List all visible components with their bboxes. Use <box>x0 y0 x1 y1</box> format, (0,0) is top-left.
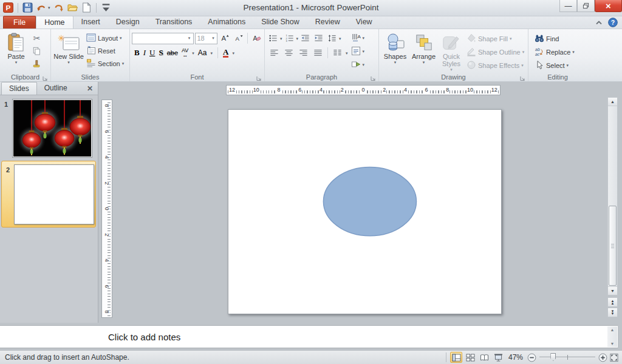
change-case-button[interactable]: Aa <box>198 49 207 57</box>
select-button[interactable]: Select▾ <box>533 59 586 72</box>
tab-view[interactable]: View <box>348 16 380 29</box>
drawing-dialog-launcher-icon[interactable] <box>519 73 526 80</box>
reading-view-button[interactable] <box>478 352 490 363</box>
new-document-icon[interactable] <box>81 2 92 13</box>
tab-slides[interactable]: Slides <box>1 82 37 95</box>
clipboard-dialog-launcher-icon[interactable] <box>42 73 49 80</box>
undo-icon[interactable] <box>36 2 47 13</box>
bullets-button[interactable] <box>267 32 279 44</box>
justify-button[interactable] <box>312 47 324 59</box>
fit-to-window-icon[interactable] <box>609 353 619 362</box>
previous-slide-button[interactable]: ▲▲ <box>607 297 618 307</box>
redo-icon[interactable] <box>53 2 64 13</box>
svg-text:?: ? <box>611 19 615 26</box>
grow-font-button[interactable]: A <box>219 32 231 44</box>
tab-animations[interactable]: Animations <box>200 16 253 29</box>
slide-sorter-view-button[interactable] <box>464 352 476 363</box>
zoom-slider[interactable] <box>539 352 595 362</box>
shapes-button[interactable]: Shapes▾ <box>381 31 409 72</box>
vertical-scrollbar[interactable]: ▲ ▼ <box>607 97 618 295</box>
line-spacing-button[interactable] <box>326 32 338 44</box>
paste-button[interactable]: Paste ▾ <box>2 31 30 70</box>
save-icon[interactable] <box>22 2 33 13</box>
zoom-in-icon[interactable] <box>598 353 607 362</box>
scroll-up-icon[interactable]: ▲ <box>608 98 617 106</box>
format-painter-button[interactable] <box>30 58 43 70</box>
underline-button[interactable]: U <box>149 49 155 57</box>
section-button[interactable]: Section▾ <box>84 57 126 70</box>
slide-thumbnail-1[interactable]: 1 <box>0 99 92 158</box>
minimize-button[interactable]: — <box>559 0 577 12</box>
font-color-button[interactable]: A <box>223 48 228 58</box>
convert-smartart-button[interactable]: ▾ <box>349 58 367 71</box>
new-slide-button[interactable]: ✳ New Slide ▾ <box>53 31 84 70</box>
tab-outline[interactable]: Outline <box>37 82 75 95</box>
tab-insert[interactable]: Insert <box>73 16 108 29</box>
close-button[interactable]: × <box>595 0 622 12</box>
customize-qat-icon[interactable] <box>100 2 112 13</box>
align-text-button[interactable]: ▾ <box>349 45 367 58</box>
tab-review[interactable]: Review <box>307 16 348 29</box>
ribbon: Paste ▾ ✂ Clipboard ✳ New Slide ▾ <box>0 29 622 82</box>
paragraph-dialog-launcher-icon[interactable] <box>370 73 377 80</box>
align-left-button[interactable] <box>268 47 281 59</box>
font-size-combobox[interactable]: 18▾ <box>195 33 218 44</box>
minimize-ribbon-icon[interactable] <box>595 20 603 25</box>
notes-scrollbar[interactable]: ▲▼ <box>607 326 617 347</box>
increase-indent-button[interactable] <box>312 32 325 44</box>
tab-home[interactable]: Home <box>36 16 73 29</box>
next-slide-button[interactable]: ▼▼ <box>607 308 618 317</box>
text-direction-button[interactable]: A▾ <box>349 32 367 44</box>
decrease-indent-button[interactable] <box>299 32 312 44</box>
arrange-button[interactable]: Arrange▾ <box>409 31 438 72</box>
tab-slide-show[interactable]: Slide Show <box>253 16 307 29</box>
align-right-button[interactable] <box>297 47 310 59</box>
slide-editing-area[interactable] <box>228 109 502 314</box>
paste-icon <box>7 32 26 53</box>
tab-design[interactable]: Design <box>108 16 148 29</box>
window-controls: — × <box>559 0 622 12</box>
arrange-icon <box>415 32 433 53</box>
copy-button[interactable] <box>30 45 43 57</box>
undo-dropdown-icon[interactable]: ▾ <box>48 5 50 10</box>
tab-file[interactable]: File <box>3 16 36 29</box>
character-spacing-button[interactable]: AV↔ <box>182 48 188 58</box>
open-icon[interactable] <box>67 2 78 13</box>
slide-thumbnail-2-selected[interactable]: 2 <box>1 161 96 228</box>
slide-2-preview[interactable] <box>14 164 94 224</box>
bold-button[interactable]: B <box>134 49 140 57</box>
scrollbar-thumb[interactable] <box>609 206 617 286</box>
slide-show-button[interactable] <box>492 352 504 363</box>
italic-button[interactable]: I <box>143 49 146 57</box>
text-shadow-button[interactable]: S <box>159 49 163 57</box>
notes-pane[interactable]: Click to add notes ▲▼ <box>0 325 618 348</box>
zoom-out-icon[interactable] <box>527 353 536 362</box>
columns-button[interactable] <box>331 47 344 59</box>
scroll-down-icon[interactable]: ▼ <box>608 286 617 295</box>
shape-effects-icon <box>466 60 476 71</box>
powerpoint-logo-icon[interactable]: P <box>2 2 14 13</box>
close-pane-icon[interactable]: ✕ <box>85 84 95 93</box>
slide-1-preview[interactable] <box>12 99 92 158</box>
reset-icon <box>86 46 96 56</box>
align-center-button[interactable] <box>282 47 295 59</box>
replace-button[interactable]: abacReplace▾ <box>533 46 586 58</box>
layout-button[interactable]: Layout▾ <box>84 32 126 44</box>
notes-placeholder[interactable]: Click to add notes <box>0 332 180 342</box>
normal-view-button[interactable] <box>450 352 462 363</box>
cut-button[interactable]: ✂ <box>30 32 43 44</box>
status-message: Click and drag to insert an AutoShape. <box>0 353 129 362</box>
restore-button[interactable] <box>577 0 595 12</box>
tab-transitions[interactable]: Transitions <box>148 16 200 29</box>
font-name-combobox[interactable]: ▾ <box>132 33 194 44</box>
help-icon[interactable]: ? <box>608 18 618 27</box>
strikethrough-button[interactable]: abe <box>167 49 178 56</box>
shrink-font-button[interactable]: A <box>233 32 245 44</box>
numbering-button[interactable]: 123 <box>283 32 296 44</box>
zoom-slider-thumb[interactable] <box>550 353 556 361</box>
font-dialog-launcher-icon[interactable] <box>256 73 262 80</box>
clear-formatting-button[interactable]: A <box>250 32 263 44</box>
zoom-level[interactable]: 47% <box>506 353 525 362</box>
find-button[interactable]: Find <box>533 32 586 45</box>
reset-button[interactable]: Reset <box>84 44 126 57</box>
